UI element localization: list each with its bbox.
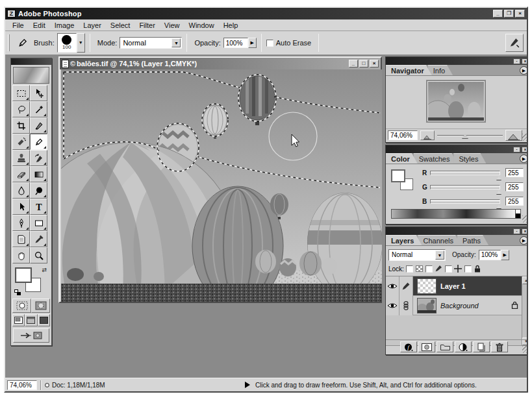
- options-grip[interactable]: [8, 34, 10, 51]
- tool-type[interactable]: T: [30, 199, 47, 215]
- brushes-palette-well-button[interactable]: [505, 34, 524, 52]
- tool-crop[interactable]: [12, 117, 30, 134]
- layer1-thumbnail[interactable]: [417, 278, 437, 294]
- tab-styles[interactable]: Styles: [453, 153, 486, 164]
- navigator-title-bar[interactable]: - x: [386, 57, 527, 65]
- foreground-color-swatch[interactable]: [15, 267, 32, 283]
- blend-mode-dropdown[interactable]: Normal ▼: [388, 249, 446, 261]
- swap-colors-icon[interactable]: ⇄: [42, 267, 47, 273]
- zoom-out-icon[interactable]: [420, 130, 435, 140]
- layers-opacity-popup-button[interactable]: ▶: [501, 250, 509, 260]
- background-thumbnail[interactable]: [417, 298, 437, 313]
- status-menu-arrow-icon[interactable]: [245, 382, 250, 388]
- palette-close-button[interactable]: x: [522, 228, 527, 234]
- palette-close-button[interactable]: x: [522, 58, 527, 64]
- layers-title-bar[interactable]: - x: [386, 227, 527, 235]
- navigator-zoom-slider[interactable]: [437, 131, 503, 140]
- r-slider[interactable]: [430, 171, 500, 175]
- brush-dropdown-button[interactable]: ▼: [77, 33, 85, 53]
- visibility-eye-icon[interactable]: [386, 276, 399, 296]
- menu-select[interactable]: Select: [106, 21, 135, 30]
- r-value-field[interactable]: 255: [505, 168, 524, 177]
- g-value-field[interactable]: 255: [505, 182, 524, 191]
- title-bar[interactable]: Z Adobe Photoshop _ ❐ ×: [5, 8, 527, 19]
- scroll-up-button[interactable]: ▲: [522, 276, 527, 284]
- doc-close-button[interactable]: ×: [370, 60, 379, 67]
- menu-window[interactable]: Window: [184, 21, 219, 30]
- tool-eyedropper[interactable]: [30, 231, 47, 247]
- navigator-proxy-view[interactable]: [426, 80, 486, 123]
- new-layer-button[interactable]: [473, 341, 490, 352]
- menu-edit[interactable]: Edit: [29, 21, 50, 30]
- link-icon[interactable]: [399, 296, 413, 315]
- resize-grip[interactable]: [522, 346, 527, 353]
- layers-scrollbar[interactable]: ▲ ▼: [522, 276, 527, 345]
- new-layer-set-button[interactable]: [437, 341, 453, 352]
- tab-channels[interactable]: Channels: [418, 235, 461, 245]
- palette-menu-button[interactable]: ▶: [520, 236, 527, 245]
- resize-grip[interactable]: [522, 134, 527, 141]
- close-button[interactable]: ×: [515, 10, 525, 18]
- tool-rectangular-marquee[interactable]: [12, 85, 30, 101]
- tool-blur[interactable]: [12, 182, 30, 199]
- document-title-bar[interactable]: © balões.tif @ 74,1% (Layer 1,CMYK*) _ □…: [60, 58, 381, 69]
- active-layer-brush-icon[interactable]: [399, 276, 413, 296]
- chevron-down-icon[interactable]: ▼: [171, 38, 181, 47]
- add-layer-mask-button[interactable]: [418, 341, 435, 352]
- lock-transparency-checkbox[interactable]: [406, 265, 413, 273]
- tool-pencil[interactable]: [30, 134, 47, 150]
- tool-airbrush[interactable]: [12, 134, 30, 150]
- mode-dropdown[interactable]: Normal ▼: [120, 37, 182, 49]
- palette-menu-button[interactable]: ▶: [520, 66, 527, 75]
- palette-minimize-button[interactable]: -: [513, 147, 520, 153]
- menu-file[interactable]: File: [8, 21, 29, 30]
- tab-navigator[interactable]: Navigator: [386, 65, 432, 75]
- layers-opacity-field[interactable]: 100%: [479, 250, 501, 260]
- menu-view[interactable]: View: [160, 21, 184, 30]
- new-adjustment-layer-button[interactable]: [455, 341, 472, 352]
- layer-row-background[interactable]: Background: [386, 296, 527, 315]
- tab-swatches[interactable]: Swatches: [414, 153, 458, 164]
- fullscreen-button[interactable]: [38, 314, 50, 326]
- menu-layer[interactable]: Layer: [79, 21, 106, 30]
- add-layer-style-button[interactable]: f: [400, 341, 417, 352]
- tab-layers[interactable]: Layers: [386, 235, 422, 245]
- tab-paths[interactable]: Paths: [457, 235, 488, 245]
- tool-rectangle[interactable]: [30, 215, 47, 231]
- color-title-bar[interactable]: - x: [386, 145, 527, 153]
- zoom-in-icon[interactable]: [505, 130, 522, 141]
- lock-position-checkbox[interactable]: [445, 265, 452, 273]
- palette-menu-button[interactable]: ▶: [520, 154, 527, 163]
- tool-hand[interactable]: [12, 247, 30, 263]
- jump-to-imageready-button[interactable]: [13, 328, 49, 343]
- opacity-field[interactable]: 100%: [223, 38, 248, 48]
- status-zoom-field[interactable]: 74,06%: [7, 380, 37, 390]
- background-name[interactable]: Background: [440, 302, 479, 310]
- layer1-name[interactable]: Layer 1: [440, 282, 466, 290]
- toolbox-drag-bar[interactable]: [11, 58, 51, 65]
- menu-filter[interactable]: Filter: [134, 21, 159, 30]
- menu-help[interactable]: Help: [219, 21, 243, 30]
- tool-move[interactable]: [30, 85, 47, 101]
- b-value-field[interactable]: 255: [505, 197, 524, 206]
- tool-zoom[interactable]: [30, 247, 47, 263]
- tab-info[interactable]: Info: [428, 65, 453, 75]
- navigator-zoom-field[interactable]: 74,06%: [388, 130, 418, 140]
- tool-clone-stamp[interactable]: [12, 150, 30, 166]
- auto-erase-checkbox[interactable]: [266, 40, 273, 47]
- standard-mode-button[interactable]: [12, 299, 31, 313]
- brush-preview[interactable]: 100: [57, 33, 77, 53]
- tool-notes[interactable]: [12, 231, 30, 247]
- layer-row-layer1[interactable]: Layer 1: [386, 276, 527, 296]
- tool-slice[interactable]: [30, 117, 47, 134]
- opacity-popup-button[interactable]: ▶: [248, 38, 257, 48]
- tool-lasso[interactable]: [12, 101, 30, 117]
- resize-grip[interactable]: [522, 215, 527, 223]
- doc-minimize-button[interactable]: _: [349, 60, 358, 67]
- tool-gradient[interactable]: [30, 166, 47, 182]
- color-ramp[interactable]: [391, 209, 521, 219]
- visibility-eye-icon[interactable]: [386, 296, 399, 315]
- minimize-button[interactable]: _: [493, 10, 503, 18]
- default-colors-icon[interactable]: [14, 289, 21, 295]
- tool-eraser[interactable]: [12, 166, 30, 182]
